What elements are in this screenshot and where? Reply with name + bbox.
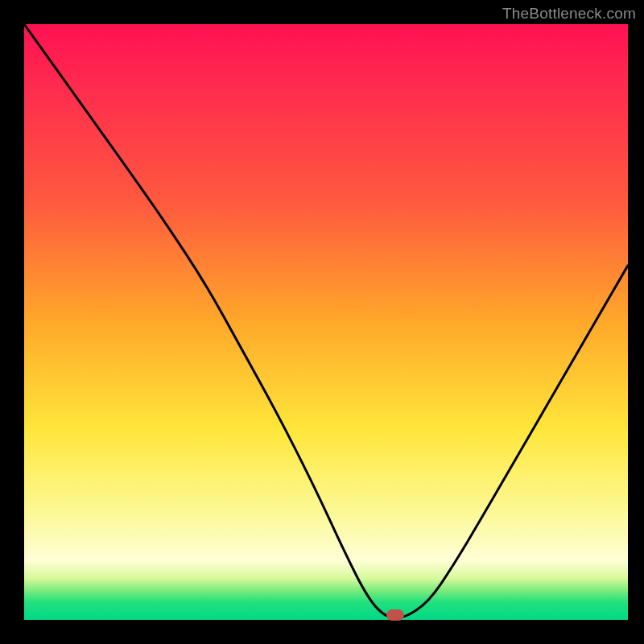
minimum-marker <box>386 609 404 621</box>
bottleneck-curve <box>24 24 628 620</box>
watermark-text: TheBottleneck.com <box>502 5 636 23</box>
chart-frame: TheBottleneck.com <box>0 0 644 644</box>
plot-area <box>24 24 628 620</box>
